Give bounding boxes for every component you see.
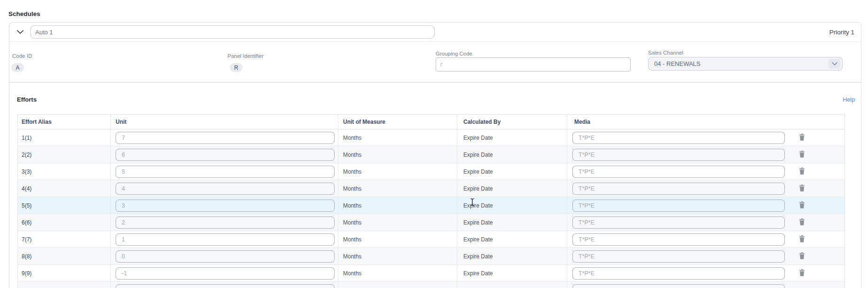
unit-cell — [111, 129, 338, 146]
column-header-unit-of-measure: Unit of Measure — [338, 115, 457, 129]
unit-cell — [111, 146, 338, 163]
table-row: 7(7) Months Expire Date — [18, 231, 845, 248]
effort-alias-cell: 2(2) — [18, 146, 111, 163]
trash-icon — [799, 151, 805, 159]
table-row: 6(6) Months Expire Date — [18, 214, 845, 231]
calculated-by-cell: Expire Date — [457, 163, 567, 180]
delete-row-button[interactable] — [799, 134, 805, 142]
delete-row-button[interactable] — [799, 252, 805, 261]
unit-cell — [111, 248, 338, 264]
grouping-code-input[interactable] — [436, 57, 631, 72]
effort-alias-cell: 6(6) — [18, 214, 111, 231]
table-row: 3(3) Months Expire Date — [18, 163, 845, 180]
media-cell — [567, 231, 845, 248]
unit-input[interactable] — [116, 166, 335, 178]
unit-of-measure-cell: Months — [338, 231, 457, 248]
help-link[interactable]: Help — [843, 96, 855, 103]
media-input[interactable] — [572, 132, 785, 144]
media-input[interactable] — [572, 250, 785, 263]
unit-of-measure-cell: Months — [338, 163, 457, 180]
sales-channel-value: 04 - RENEWALS — [654, 60, 829, 67]
panel-identifier-field: Panel Identifier R — [227, 53, 264, 72]
unit-of-measure-cell: Months — [338, 248, 457, 264]
unit-cell — [111, 197, 338, 214]
unit-of-measure-cell: Months — [338, 146, 457, 163]
media-input[interactable] — [572, 284, 785, 288]
unit-cell — [111, 214, 338, 231]
media-input[interactable] — [572, 183, 785, 195]
calculated-by-cell: Expire Date — [457, 146, 567, 163]
media-cell — [567, 146, 845, 163]
media-cell — [567, 265, 845, 281]
code-id-label: Code ID — [11, 53, 32, 59]
unit-of-measure-cell — [338, 282, 457, 288]
media-cell — [567, 163, 845, 180]
unit-cell — [111, 180, 338, 197]
table-row: 4(4) Months Expire Date — [18, 180, 845, 197]
unit-cell — [111, 231, 338, 248]
unit-input[interactable] — [116, 200, 335, 212]
delete-row-button[interactable] — [799, 235, 805, 244]
schedule-card: Priority 1 Code ID A Panel Identifier R … — [9, 22, 861, 288]
efforts-table-body: 1(1) Months Expire Date 2(2) Months — [18, 129, 845, 288]
media-cell — [567, 282, 845, 288]
trash-icon — [799, 168, 805, 176]
media-cell — [567, 214, 845, 231]
media-input[interactable] — [572, 200, 785, 212]
calculated-by-cell: Expire Date — [457, 214, 567, 231]
unit-of-measure-cell: Months — [338, 197, 457, 214]
sales-channel-field: Sales Channel 04 - RENEWALS — [648, 50, 843, 71]
schedule-fields: Code ID A Panel Identifier R Grouping Co… — [9, 42, 861, 82]
section-divider — [9, 82, 861, 83]
table-row: 9(9) Months Expire Date — [18, 265, 845, 282]
grouping-code-label: Grouping Code — [436, 51, 631, 57]
delete-row-button[interactable] — [799, 151, 805, 159]
unit-of-measure-cell: Months — [338, 214, 457, 231]
unit-input[interactable] — [116, 216, 335, 229]
calculated-by-cell: Expire Date — [457, 129, 567, 146]
trash-icon — [799, 235, 805, 244]
column-header-calculated-by: Calculated By — [457, 115, 567, 129]
table-row: 1(1) Months Expire Date — [18, 129, 845, 146]
code-id-field: Code ID A — [11, 53, 32, 72]
delete-row-button[interactable] — [799, 269, 805, 278]
chevron-down-icon — [17, 29, 23, 36]
collapse-toggle-button[interactable] — [14, 26, 26, 38]
media-input[interactable] — [572, 166, 785, 178]
unit-cell — [111, 265, 338, 281]
chevron-down-icon — [829, 59, 840, 69]
effort-alias-cell: 8(8) — [18, 248, 111, 264]
unit-of-measure-cell: Months — [338, 129, 457, 146]
unit-input[interactable] — [116, 183, 335, 195]
delete-row-button[interactable] — [799, 201, 805, 210]
delete-row-button[interactable] — [799, 168, 805, 176]
unit-input[interactable] — [116, 233, 335, 246]
unit-input[interactable] — [116, 149, 335, 161]
media-input[interactable] — [572, 233, 785, 246]
efforts-header: Efforts Help — [9, 96, 861, 103]
effort-alias-cell: 3(3) — [18, 163, 111, 180]
schedule-name-input[interactable] — [30, 25, 435, 39]
unit-of-measure-cell: Months — [338, 180, 457, 197]
column-header-unit: Unit — [111, 115, 338, 129]
page-title: Schedules — [8, 10, 40, 17]
unit-input[interactable] — [116, 284, 335, 288]
code-id-badge: A — [11, 63, 24, 72]
media-input[interactable] — [572, 216, 785, 229]
trash-icon — [799, 134, 805, 142]
unit-input[interactable] — [116, 132, 335, 144]
media-input[interactable] — [572, 267, 785, 280]
trash-icon — [799, 184, 805, 193]
media-cell — [567, 180, 845, 197]
calculated-by-cell — [457, 282, 567, 288]
trash-icon — [799, 218, 805, 227]
unit-input[interactable] — [116, 250, 335, 263]
unit-cell — [111, 282, 338, 288]
effort-alias-cell: 9(9) — [18, 265, 111, 281]
delete-row-button[interactable] — [799, 218, 805, 227]
sales-channel-label: Sales Channel — [648, 50, 843, 56]
media-input[interactable] — [572, 149, 785, 161]
delete-row-button[interactable] — [799, 184, 805, 193]
unit-input[interactable] — [116, 267, 335, 280]
sales-channel-select[interactable]: 04 - RENEWALS — [648, 57, 843, 71]
